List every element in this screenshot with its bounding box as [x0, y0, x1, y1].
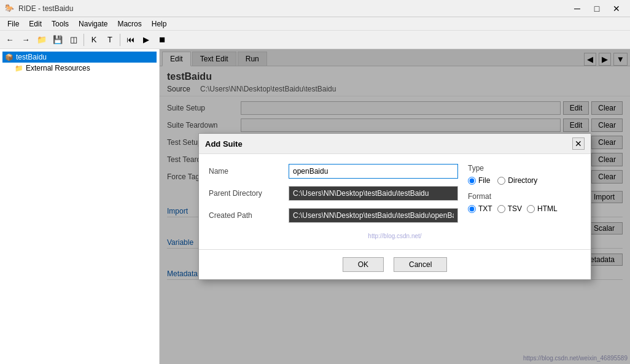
modal-createdpath-row: Created Path — [209, 208, 458, 223]
modal-ok-btn[interactable]: OK — [343, 257, 384, 272]
format-group-label: Format — [468, 192, 581, 201]
modal-watermark: http://blog.csdn.net/ — [209, 233, 581, 239]
maximize-button[interactable]: □ — [588, 2, 605, 15]
window-title: RIDE - testBaidu — [18, 4, 569, 13]
modal-left: Name Parent Directory Created Path — [209, 164, 458, 230]
modal-cancel-btn[interactable]: Cancel — [394, 257, 447, 272]
separator — [120, 34, 120, 46]
k-button[interactable]: K — [87, 33, 101, 47]
modal-parentdir-input — [289, 186, 458, 201]
type-file-row: File Directory — [468, 176, 581, 185]
prev-button[interactable]: ⏮ — [123, 33, 138, 47]
modal-parentdir-label: Parent Directory — [209, 189, 289, 198]
app-icon: 🐎 — [5, 4, 15, 14]
modal-body: Name Parent Directory Created Path — [199, 154, 591, 249]
save-button[interactable]: 💾 — [50, 33, 65, 47]
sidebar: 📦 testBaidu 📁 External Resources — [0, 49, 160, 364]
close-button[interactable]: ✕ — [608, 2, 625, 15]
format-txt-label: TXT — [478, 204, 492, 213]
menubar-item-file[interactable]: File — [2, 18, 24, 29]
titlebar: 🐎 RIDE - testBaidu ─ □ ✕ — [0, 0, 630, 17]
modal-content: Name Parent Directory Created Path — [209, 164, 581, 230]
tree-item-external-resources[interactable]: 📁 External Resources — [12, 63, 157, 74]
modal-titlebar: Add Suite ✕ — [199, 134, 591, 154]
run-button[interactable]: ▶ — [139, 33, 154, 47]
type-file-label: File — [478, 176, 490, 185]
t-button[interactable]: T — [103, 33, 117, 47]
type-directory-radio[interactable] — [497, 177, 505, 185]
modal-backdrop: Add Suite ✕ Name — [160, 49, 630, 364]
content-area: Edit Text Edit Run ◀ ▶ ▼ testBaidu Sourc… — [160, 49, 630, 364]
window-controls: ─ □ ✕ — [569, 2, 625, 15]
modal-name-label: Name — [209, 167, 289, 176]
menubar-item-navigate[interactable]: Navigate — [74, 18, 112, 29]
modal-createdpath-input — [289, 208, 458, 223]
tree-label-external-resources: External Resources — [26, 64, 90, 72]
folder-icon: 📦 — [5, 53, 14, 61]
tree-label-testbaidu: testBaidu — [16, 53, 47, 61]
menubar-item-macros[interactable]: Macros — [112, 18, 146, 29]
modal-parentdir-row: Parent Directory — [209, 186, 458, 201]
back-button[interactable]: ← — [2, 33, 17, 47]
modal-right-panel: Type File Directory Format — [458, 164, 581, 230]
format-txt-radio[interactable] — [468, 205, 476, 213]
format-tsv-radio[interactable] — [497, 205, 505, 213]
format-html-label: HTML — [537, 204, 558, 213]
type-group-label: Type — [468, 164, 581, 172]
folder-icon: 📁 — [15, 64, 23, 72]
toolbar: ← → 📁 💾 ◫ K T ⏮ ▶ ⏹ — [0, 31, 630, 49]
menubar-item-help[interactable]: Help — [147, 18, 172, 29]
type-directory-label: Directory — [508, 176, 537, 185]
type-group: Type File Directory — [468, 164, 581, 185]
format-tsv-label: TSV — [508, 204, 522, 213]
add-suite-modal: Add Suite ✕ Name — [198, 133, 591, 280]
open-button[interactable]: 📁 — [34, 33, 49, 47]
menubar-item-tools[interactable]: Tools — [47, 18, 74, 29]
format-options-row: TXT TSV HTML — [468, 204, 581, 213]
menubar-item-edit[interactable]: Edit — [24, 18, 47, 29]
minimize-button[interactable]: ─ — [569, 2, 586, 15]
main-layout: 📦 testBaidu 📁 External Resources Edit Te… — [0, 49, 630, 364]
modal-footer: OK Cancel — [199, 249, 591, 279]
format-group: Format TXT TSV HTML — [468, 192, 581, 213]
type-file-radio[interactable] — [468, 177, 476, 185]
modal-name-row: Name — [209, 164, 458, 179]
tree-item-testbaidu[interactable]: 📦 testBaidu — [2, 52, 157, 63]
modal-createdpath-label: Created Path — [209, 211, 289, 220]
forward-button[interactable]: → — [18, 33, 33, 47]
format-html-radio[interactable] — [527, 205, 535, 213]
menubar: FileEditToolsNavigateMacrosHelp — [0, 17, 630, 31]
stop-button[interactable]: ⏹ — [155, 33, 169, 47]
modal-name-input[interactable] — [289, 164, 458, 179]
modal-close-btn[interactable]: ✕ — [572, 137, 585, 150]
modal-title: Add Suite — [205, 139, 243, 149]
save-as-button[interactable]: ◫ — [66, 33, 81, 47]
separator — [84, 34, 84, 46]
